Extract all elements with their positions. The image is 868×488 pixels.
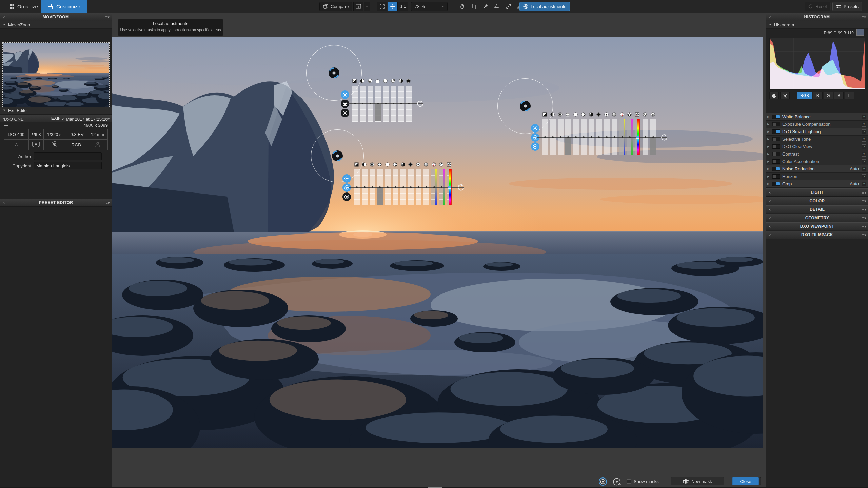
navigator-thumbnail[interactable]: [3, 43, 109, 107]
tab-customize[interactable]: Customize: [41, 0, 87, 13]
move-zoom-section-row[interactable]: ▼ Move/Zoom: [0, 21, 112, 29]
eq-slider-dot[interactable]: [652, 136, 654, 138]
shadow-clipping-button[interactable]: [769, 92, 779, 99]
tool-row-white-balance[interactable]: ▶ White Balance ?: [766, 113, 868, 121]
expand-icon[interactable]: ▶: [767, 145, 770, 148]
tool-row-crop[interactable]: ▶ Crop Auto ?: [766, 180, 868, 188]
eq-slider-dot[interactable]: [364, 186, 366, 188]
enable-toggle[interactable]: [772, 137, 780, 141]
channel-button-b[interactable]: B: [834, 92, 844, 99]
mask-control-point[interactable]: [331, 149, 344, 163]
copyright-field[interactable]: [34, 162, 102, 169]
eq-slider-dot[interactable]: [402, 186, 404, 188]
help-icon[interactable]: ?: [862, 167, 866, 171]
mask-category-detail-button[interactable]: [341, 109, 349, 117]
close-icon[interactable]: ×: [768, 216, 771, 221]
eq-slider-dot[interactable]: [575, 136, 577, 138]
close-icon[interactable]: ×: [768, 224, 771, 229]
eq-slider-dot[interactable]: [433, 186, 435, 188]
image-canvas[interactable]: Local adjustments Use selective masks to…: [112, 13, 766, 488]
close-icon[interactable]: ×: [768, 199, 771, 204]
close-icon[interactable]: ×: [2, 200, 5, 205]
expand-icon[interactable]: ▶: [767, 130, 770, 133]
show-masks-checkbox[interactable]: [627, 479, 631, 484]
mask-reset-arrow[interactable]: [660, 133, 669, 142]
eq-slider-dot[interactable]: [583, 136, 585, 138]
horizon-tool[interactable]: [492, 2, 502, 11]
help-icon[interactable]: ?: [862, 159, 866, 164]
help-icon[interactable]: ?: [862, 182, 866, 186]
enable-toggle[interactable]: [772, 152, 780, 156]
close-icon[interactable]: ×: [768, 207, 771, 212]
section-header-geometry[interactable]: ×GEOMETRY≡▾: [766, 214, 868, 222]
mask-category-light-button[interactable]: [342, 174, 351, 183]
tool-row-noise-reduction[interactable]: ▶ Noise Reduction Auto ?: [766, 165, 868, 173]
enable-toggle[interactable]: [772, 159, 780, 164]
fit-screen-button[interactable]: [377, 2, 387, 11]
section-header-dxo-viewpoint[interactable]: ×DXO VIEWPOINT≡▾: [766, 222, 868, 230]
expand-icon[interactable]: ▶: [767, 182, 770, 185]
channel-button-rgb[interactable]: RGB: [797, 92, 812, 99]
panel-menu-icon[interactable]: ≡▾: [862, 207, 866, 212]
tool-row-exposure-compensation[interactable]: ▶ Exposure Compensation ?: [766, 121, 868, 128]
eq-slider-dot[interactable]: [362, 103, 363, 104]
eq-slider-dot[interactable]: [606, 136, 608, 138]
mask-control-point[interactable]: [519, 100, 532, 114]
eq-slider-dot[interactable]: [544, 136, 546, 138]
presets-button[interactable]: Presets: [832, 2, 862, 11]
local-adjustments-button[interactable]: Local adjustments: [519, 2, 570, 11]
panel-menu-icon[interactable]: ≡▾: [105, 201, 110, 205]
eq-hue-handle[interactable]: [636, 136, 639, 139]
mask-category-color-button[interactable]: [341, 100, 349, 108]
reset-button-top[interactable]: Reset: [805, 2, 831, 11]
enable-toggle[interactable]: [772, 115, 780, 119]
expand-icon[interactable]: ▶: [767, 152, 770, 156]
eq-hue-handle[interactable]: [448, 186, 451, 189]
help-icon[interactable]: ?: [862, 137, 866, 142]
eq-slider-dot[interactable]: [614, 136, 615, 138]
enable-toggle[interactable]: [772, 167, 780, 171]
panel-menu-icon[interactable]: ≡▾: [105, 15, 110, 19]
zoom-dropdown[interactable]: 78 % ▾: [411, 2, 448, 11]
help-icon[interactable]: ?: [862, 129, 866, 134]
expand-icon[interactable]: ▶: [767, 138, 770, 141]
picker-tool[interactable]: [480, 2, 490, 11]
eq-slider-dot[interactable]: [354, 103, 356, 104]
section-header-detail[interactable]: ×DETAIL≡▾: [766, 205, 868, 214]
channel-button-g[interactable]: G: [824, 92, 833, 99]
tool-row-contrast[interactable]: ▶ Contrast ?: [766, 150, 868, 158]
panel-menu-icon[interactable]: ≡▾: [862, 15, 866, 19]
photo[interactable]: [112, 37, 763, 448]
eq-slider-dot[interactable]: [387, 186, 389, 188]
tool-row-dxo-clearview[interactable]: ▶ DxO ClearView ?: [766, 143, 868, 150]
tool-row-horizon[interactable]: ▶ Horizon ?: [766, 173, 868, 180]
tab-organize[interactable]: Organize: [3, 0, 45, 13]
expand-icon[interactable]: ▶: [767, 167, 770, 170]
help-icon[interactable]: ?: [862, 174, 866, 179]
panel-menu-icon[interactable]: ≡▾: [862, 190, 866, 195]
mask-category-detail-button[interactable]: [342, 192, 351, 201]
move-tool-button[interactable]: [388, 2, 398, 11]
eq-slider-dot[interactable]: [418, 186, 419, 188]
eq-slider-dot[interactable]: [370, 103, 371, 104]
mask-category-light-button[interactable]: [531, 124, 539, 133]
expand-icon[interactable]: ▶: [767, 160, 770, 163]
mask-reset-arrow[interactable]: [457, 183, 465, 192]
enable-toggle[interactable]: [772, 174, 780, 179]
expand-icon[interactable]: ▶: [767, 123, 770, 126]
close-icon[interactable]: ×: [768, 190, 771, 195]
help-icon[interactable]: ?: [862, 152, 866, 157]
mask-category-color-button[interactable]: [342, 183, 351, 192]
enable-toggle[interactable]: [772, 144, 780, 149]
one-to-one-button[interactable]: 1:1: [398, 2, 408, 11]
control-point-tool[interactable]: [598, 477, 607, 487]
panel-menu-icon[interactable]: ≡▾: [862, 224, 866, 229]
mask-control-point[interactable]: [328, 66, 340, 80]
help-icon[interactable]: ?: [862, 144, 866, 149]
close-button[interactable]: Close: [732, 477, 759, 485]
eq-slider-dot[interactable]: [395, 186, 396, 188]
channel-button-r[interactable]: R: [813, 92, 823, 99]
eq-slider-dot[interactable]: [426, 186, 427, 188]
help-icon[interactable]: ?: [862, 122, 866, 127]
author-field[interactable]: [34, 152, 102, 160]
